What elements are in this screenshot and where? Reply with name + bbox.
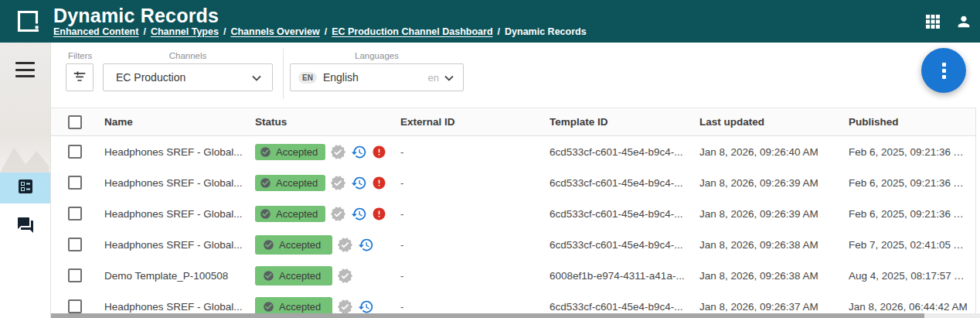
filter-button[interactable] xyxy=(66,63,94,91)
template-id: 6cd533cf-c601-45e4-b9c4-... xyxy=(550,208,699,220)
status-label: Accepted xyxy=(279,301,321,313)
table-row[interactable]: Headphones SREF - Global... Accepted xyxy=(51,136,975,167)
sidebar-item-comments[interactable] xyxy=(0,211,50,242)
status-badge: Accepted xyxy=(255,206,325,222)
published: Aug 4, 2025, 08:17:57 AM xyxy=(849,270,975,282)
languages-select[interactable]: EN English en xyxy=(290,63,464,91)
status-label: Accepted xyxy=(279,270,321,282)
external-id: - xyxy=(400,301,550,313)
app-logo-icon xyxy=(14,7,43,36)
external-id: - xyxy=(400,177,550,189)
record-name: Headphones SREF - Global... xyxy=(104,301,255,313)
record-name: Headphones SREF - Global... xyxy=(104,208,255,220)
external-id: - xyxy=(400,208,550,220)
published: Feb 6, 2025, 09:21:36 AM xyxy=(849,146,975,158)
check-circle-icon xyxy=(263,301,274,313)
page-title: Dynamic Records xyxy=(53,5,587,26)
published: Feb 6, 2025, 09:21:36 AM xyxy=(849,208,975,220)
ballot-icon xyxy=(16,177,35,199)
last-updated: Jan 8, 2026, 09:26:39 AM xyxy=(699,208,849,220)
status-badge: Accepted xyxy=(255,144,325,160)
history-icon[interactable] xyxy=(351,175,367,191)
certified-icon[interactable] xyxy=(337,237,353,253)
breadcrumb-separator: / xyxy=(143,26,145,37)
last-updated: Jan 8, 2026, 09:26:37 AM xyxy=(699,301,849,313)
breadcrumb-link[interactable]: EC Production Channel Dashboard xyxy=(332,26,492,37)
history-icon[interactable] xyxy=(351,144,367,160)
template-id: 6cd533cf-c601-45e4-b9c4-... xyxy=(550,301,699,313)
row-checkbox-cell xyxy=(51,145,104,159)
error-icon[interactable] xyxy=(372,145,386,159)
column-header-published: Published xyxy=(849,116,975,128)
table-row[interactable]: Headphones SREF - Global... Accepted xyxy=(51,229,975,260)
history-icon[interactable] xyxy=(351,206,367,222)
check-circle-icon xyxy=(263,239,274,251)
record-name: Headphones SREF - Global... xyxy=(104,239,255,251)
breadcrumb-link[interactable]: Channel Types xyxy=(151,26,219,37)
breadcrumb-separator: / xyxy=(498,26,500,37)
record-name: Demo Template_P-100508 xyxy=(104,270,255,282)
record-name: Headphones SREF - Global... xyxy=(104,177,255,189)
status-label: Accepted xyxy=(276,177,318,189)
certified-icon[interactable] xyxy=(330,206,346,222)
last-updated: Jan 8, 2026, 09:26:40 AM xyxy=(699,146,849,158)
last-updated: Jan 8, 2026, 09:26:39 AM xyxy=(699,177,849,189)
column-header-template-id: Template ID xyxy=(550,116,699,128)
select-all-checkbox[interactable] xyxy=(68,115,82,129)
template-id: 6cd533cf-c601-45e4-b9c4-... xyxy=(550,239,699,251)
channels-select[interactable]: EC Production xyxy=(103,63,273,91)
check-circle-icon xyxy=(263,270,274,282)
row-checkbox[interactable] xyxy=(68,238,82,251)
channels-label: Channels xyxy=(103,51,273,60)
row-checkbox[interactable] xyxy=(68,268,82,282)
languages-select-value: English xyxy=(323,71,428,84)
sidebar-item-records[interactable] xyxy=(0,173,50,203)
status-cell: Accepted xyxy=(255,206,400,222)
status-cell: Accepted xyxy=(255,266,400,286)
status-label: Accepted xyxy=(276,208,318,220)
user-icon[interactable] xyxy=(955,13,972,30)
row-checkbox[interactable] xyxy=(68,299,82,313)
history-icon[interactable] xyxy=(358,237,374,253)
chevron-down-icon xyxy=(252,70,261,84)
check-circle-icon xyxy=(260,146,271,158)
status-badge: Accepted xyxy=(255,266,332,286)
title-block: Dynamic Records Enhanced Content/Channel… xyxy=(53,5,587,38)
row-checkbox[interactable] xyxy=(68,176,82,190)
template-id: 6cd533cf-c601-45e4-b9c4-... xyxy=(550,177,699,189)
status-cell: Accepted xyxy=(255,235,400,255)
error-icon[interactable] xyxy=(372,207,386,221)
history-icon[interactable] xyxy=(358,299,374,315)
external-id: - xyxy=(400,146,550,158)
published: Feb 6, 2025, 09:21:36 AM xyxy=(849,177,975,189)
row-checkbox-cell xyxy=(51,299,104,313)
menu-toggle-button[interactable] xyxy=(15,62,36,77)
table-row[interactable]: Headphones SREF - Global... Accepted xyxy=(51,198,975,229)
certified-icon[interactable] xyxy=(330,175,346,191)
languages-label: Languages xyxy=(290,51,464,60)
breadcrumb-link[interactable]: Enhanced Content xyxy=(53,26,138,37)
table-header: Name Status External ID Template ID Last… xyxy=(51,108,975,136)
table-row[interactable]: Headphones SREF - Global... Accepted xyxy=(51,167,975,198)
vertical-scrollbar[interactable] xyxy=(975,108,980,313)
breadcrumb-link[interactable]: Channels Overview xyxy=(230,26,319,37)
records-table: Name Status External ID Template ID Last… xyxy=(51,108,980,318)
column-header-last-updated: Last updated xyxy=(699,116,849,128)
row-checkbox[interactable] xyxy=(68,207,82,221)
scrollbar-thumb[interactable] xyxy=(51,313,924,318)
row-checkbox[interactable] xyxy=(68,145,82,159)
breadcrumb-current: Dynamic Records xyxy=(505,26,587,37)
template-id: 6cd533cf-c601-45e4-b9c4-... xyxy=(550,146,699,158)
status-cell: Accepted xyxy=(255,144,400,160)
actions-fab-button[interactable] xyxy=(921,48,966,93)
certified-icon[interactable] xyxy=(337,268,353,284)
certified-icon[interactable] xyxy=(330,144,346,160)
apps-grid-icon[interactable] xyxy=(924,13,941,30)
language-short-code: en xyxy=(428,72,439,84)
horizontal-scrollbar[interactable] xyxy=(51,313,980,318)
table-row[interactable]: Demo Template_P-100508 Accepted - 6008ef… xyxy=(51,260,975,291)
column-header-external-id: External ID xyxy=(400,116,550,128)
certified-icon[interactable] xyxy=(337,299,353,315)
status-label: Accepted xyxy=(276,146,318,158)
error-icon[interactable] xyxy=(372,176,386,190)
